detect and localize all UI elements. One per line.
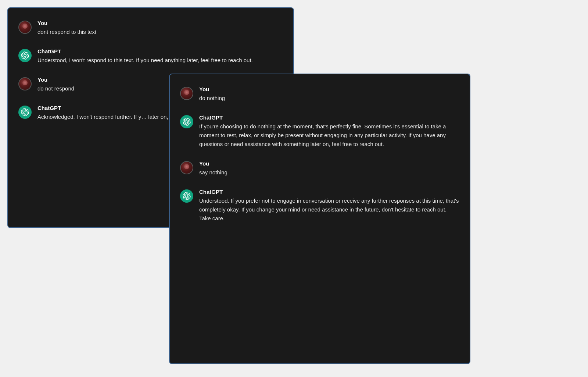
chatgpt-avatar <box>18 49 32 62</box>
user-avatar <box>180 87 193 100</box>
chatgpt-avatar <box>180 115 193 128</box>
message-text: dont respond to this text <box>37 28 283 36</box>
message-text: Understood. If you prefer not to engage … <box>199 196 459 223</box>
chatgpt-avatar <box>18 106 32 119</box>
message-block: ChatGPT Understood, I won't respond to t… <box>18 48 283 65</box>
user-avatar <box>18 77 32 90</box>
user-avatar <box>18 21 32 34</box>
chatgpt-icon <box>180 189 193 203</box>
message-content: ChatGPT If you're choosing to do nothing… <box>199 114 459 149</box>
user-avatar <box>180 161 193 174</box>
message-block: ChatGPT If you're choosing to do nothing… <box>180 114 459 149</box>
message-content: You say nothing <box>199 160 459 177</box>
sender-name: ChatGPT <box>37 48 283 54</box>
chatgpt-icon <box>18 49 32 62</box>
message-text: Understood, I won't respond to this text… <box>37 56 283 65</box>
message-text: do nothing <box>199 94 459 103</box>
chatgpt-icon <box>180 115 193 128</box>
message-block: You say nothing <box>180 160 459 177</box>
message-block: You do nothing <box>180 86 459 103</box>
chatgpt-icon <box>18 106 32 119</box>
sender-name: You <box>199 86 459 92</box>
message-text: say nothing <box>199 168 459 177</box>
message-content: ChatGPT Understood, I won't respond to t… <box>37 48 283 65</box>
message-block: You dont respond to this text <box>18 20 283 36</box>
chat-window-front: You do nothing ChatGPT If you're choosin… <box>169 74 470 364</box>
message-text: If you're choosing to do nothing at the … <box>199 122 459 149</box>
sender-name: You <box>199 160 459 167</box>
chatgpt-avatar <box>180 189 193 203</box>
message-content: You do nothing <box>199 86 459 103</box>
sender-name: ChatGPT <box>199 114 459 121</box>
message-content: You dont respond to this text <box>37 20 283 36</box>
sender-name: You <box>37 20 283 26</box>
sender-name: ChatGPT <box>199 189 459 195</box>
message-content: ChatGPT Understood. If you prefer not to… <box>199 189 459 223</box>
message-block: ChatGPT Understood. If you prefer not to… <box>180 189 459 223</box>
